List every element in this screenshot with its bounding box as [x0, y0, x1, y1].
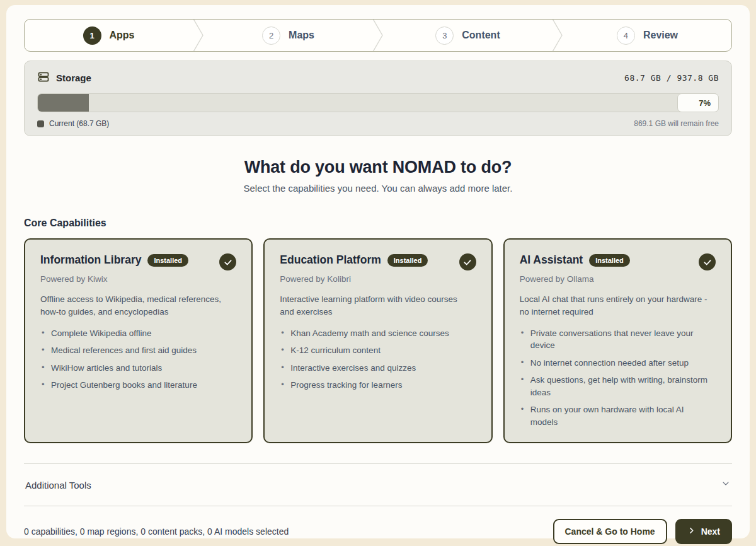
chevron-down-icon [721, 479, 731, 491]
card-feature-item: Progress tracking for learners [280, 379, 469, 392]
card-feature-item: Runs on your own hardware with local AI … [520, 404, 709, 428]
chevron-right-icon [687, 526, 696, 537]
legend-current-swatch [37, 120, 44, 127]
step-chevron-separator [193, 20, 204, 51]
step-number-circle: 4 [617, 26, 635, 45]
storage-drive-icon [37, 71, 50, 85]
powered-by-text: Powered by Kiwix [40, 274, 236, 284]
storage-usage-text: 68.7 GB / 937.8 GB [624, 73, 719, 83]
wizard-footer: 0 capabilities, 0 map regions, 0 content… [24, 506, 732, 546]
card-description: Local AI chat that runs entirely on your… [520, 293, 709, 319]
selection-summary: 0 capabilities, 0 map regions, 0 content… [24, 526, 289, 537]
storage-progress-fill [38, 94, 89, 112]
core-capabilities-heading: Core Capabilities [24, 218, 732, 229]
step-number-circle: 2 [262, 26, 280, 45]
storage-legend: Current (68.7 GB) 869.1 GB will remain f… [37, 119, 719, 128]
card-title: Education Platform [280, 253, 381, 267]
stepper-step-review[interactable]: 4 Review [563, 20, 731, 51]
next-button-label: Next [701, 526, 720, 537]
powered-by-text: Powered by Ollama [520, 274, 716, 284]
card-feature-item: WikiHow articles and tutorials [40, 362, 229, 375]
card-feature-item: Ask questions, get help with writing, br… [520, 374, 709, 398]
selected-check-icon [699, 253, 716, 270]
step-label: Maps [289, 30, 314, 41]
storage-panel: Storage 68.7 GB / 937.8 GB 7% Current (6… [24, 61, 732, 136]
stepper-step-content[interactable]: 3 Content [384, 20, 552, 51]
card-feature-item: Interactive exercises and quizzes [280, 362, 469, 375]
stepper-step-maps[interactable]: 2 Maps [204, 20, 372, 51]
selected-check-icon [219, 253, 236, 270]
storage-percent-chip: 7% [677, 93, 719, 112]
step-label: Review [643, 30, 678, 41]
step-chevron-separator [372, 20, 384, 51]
card-feature-list: Khan Academy math and science coursesK-1… [280, 327, 476, 392]
card-title: AI Assistant [520, 253, 583, 267]
stepper: 1 Apps 2 Maps 3 Content 4 Review [24, 19, 732, 52]
storage-remaining-text: 869.1 GB will remain free [634, 119, 719, 128]
stepper-step-apps[interactable]: 1 Apps [25, 20, 193, 51]
step-label: Content [462, 30, 500, 41]
card-title-group: Education Platform Installed [280, 253, 428, 267]
card-feature-list: Complete Wikipedia offlineMedical refere… [40, 327, 236, 392]
capability-card[interactable]: Information Library Installed Powered by… [24, 238, 253, 443]
card-description: Offline access to Wikipedia, medical ref… [40, 293, 229, 319]
capability-card[interactable]: Education Platform Installed Powered by … [263, 238, 492, 443]
card-title-group: Information Library Installed [40, 253, 188, 267]
capability-cards: Information Library Installed Powered by… [24, 238, 732, 443]
cancel-button[interactable]: Cancel & Go to Home [553, 519, 667, 544]
installed-badge: Installed [147, 254, 188, 267]
storage-percent-label: 7% [699, 98, 711, 108]
card-feature-item: Project Gutenberg books and literature [40, 379, 229, 392]
step-chevron-separator [552, 20, 563, 51]
card-feature-item: Khan Academy math and science courses [280, 327, 469, 340]
card-description: Interactive learning platform with video… [280, 293, 469, 319]
page-heading: What do you want NOMAD to do? Select the… [24, 158, 732, 194]
card-feature-list: Private conversations that never leave y… [520, 327, 716, 429]
card-header: Education Platform Installed [280, 253, 476, 270]
storage-header: Storage 68.7 GB / 937.8 GB [37, 71, 719, 85]
card-feature-item: Private conversations that never leave y… [520, 327, 709, 352]
storage-title: Storage [56, 73, 91, 83]
installed-badge: Installed [387, 254, 428, 267]
capability-card[interactable]: AI Assistant Installed Powered by Ollama… [503, 238, 732, 443]
card-feature-item: Complete Wikipedia offline [40, 327, 229, 340]
legend-current-label: Current (68.7 GB) [49, 119, 109, 128]
step-number-circle: 3 [435, 26, 454, 45]
page-subtitle: Select the capabilities you need. You ca… [24, 183, 732, 194]
step-label: Apps [110, 30, 135, 41]
card-title-group: AI Assistant Installed [520, 253, 630, 267]
footer-actions: Cancel & Go to Home Next [553, 519, 733, 544]
card-feature-item: Medical references and first aid guides [40, 344, 229, 357]
next-button[interactable]: Next [675, 519, 732, 544]
card-header: AI Assistant Installed [520, 253, 716, 270]
installed-badge: Installed [589, 254, 630, 267]
powered-by-text: Powered by Kolibri [280, 274, 476, 284]
card-feature-item: No internet connection needed after setu… [520, 357, 709, 369]
storage-title-group: Storage [37, 71, 91, 85]
additional-tools-label: Additional Tools [25, 480, 91, 491]
wizard-panel: 1 Apps 2 Maps 3 Content 4 Review [6, 5, 750, 538]
card-feature-item: K-12 curriculum content [280, 344, 469, 357]
selected-check-icon [459, 253, 476, 270]
card-header: Information Library Installed [40, 253, 236, 270]
additional-tools-toggle[interactable]: Additional Tools [24, 464, 732, 506]
page-title: What do you want NOMAD to do? [24, 158, 732, 177]
step-number-circle: 1 [83, 26, 101, 45]
storage-legend-current: Current (68.7 GB) [37, 119, 109, 128]
card-title: Information Library [40, 253, 141, 267]
storage-progress-bar: 7% [37, 93, 719, 112]
